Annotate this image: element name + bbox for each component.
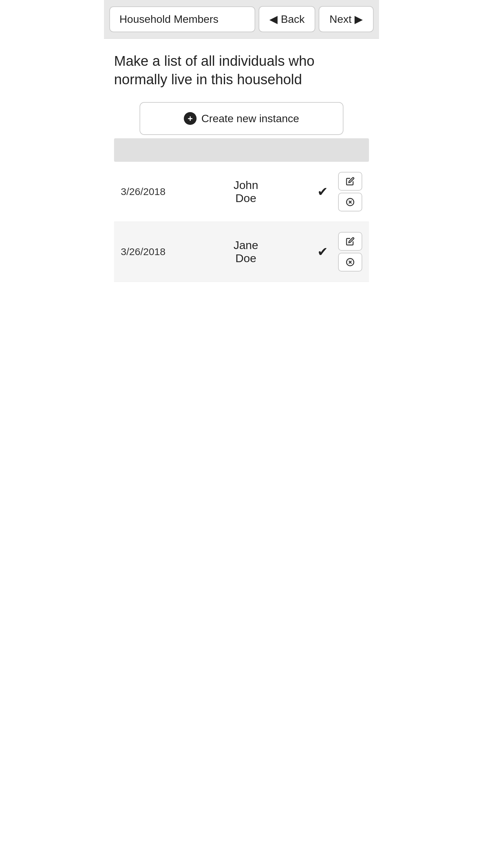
instance-list: 3/26/2018JohnDoe✔ 3/26/2018JaneDoe✔ — [114, 162, 369, 282]
instance-date: 3/26/2018 — [121, 246, 174, 257]
instance-actions — [338, 172, 362, 212]
page-description: Make a list of all individuals who norma… — [114, 52, 369, 89]
next-button[interactable]: Next ▶ — [319, 6, 374, 32]
edit-button[interactable] — [338, 232, 362, 251]
plus-icon: + — [184, 112, 197, 125]
instance-date: 3/26/2018 — [121, 186, 174, 197]
delete-button[interactable] — [338, 193, 362, 212]
list-header-bar — [114, 138, 369, 162]
table-row: 3/26/2018JohnDoe✔ — [114, 162, 369, 222]
instance-name: JaneDoe — [181, 239, 311, 265]
instance-name: JohnDoe — [181, 179, 311, 205]
instance-checkmark: ✔ — [317, 184, 328, 199]
table-row: 3/26/2018JaneDoe✔ — [114, 222, 369, 282]
instance-checkmark: ✔ — [317, 244, 328, 259]
instance-actions — [338, 232, 362, 272]
create-instance-label: Create new instance — [201, 113, 299, 125]
delete-button[interactable] — [338, 253, 362, 272]
edit-button[interactable] — [338, 172, 362, 191]
main-content: Make a list of all individuals who norma… — [104, 39, 379, 292]
header: Household Members ◀ Back Next ▶ — [104, 0, 379, 39]
back-button[interactable]: ◀ Back — [259, 6, 315, 32]
page-title-button[interactable]: Household Members — [109, 6, 255, 32]
create-instance-button[interactable]: + Create new instance — [139, 102, 344, 135]
